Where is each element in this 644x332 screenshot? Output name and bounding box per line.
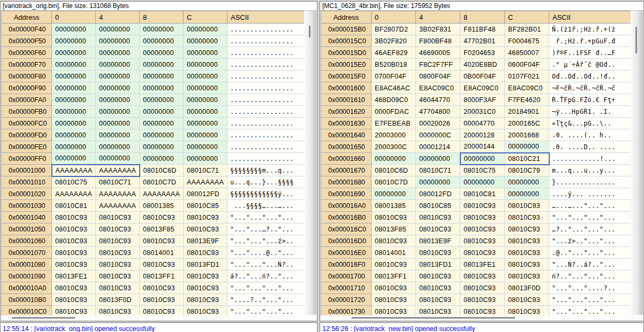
- horizontal-scrollbar[interactable]: [321, 315, 643, 321]
- hex-cell[interactable]: 08010C93: [52, 223, 96, 235]
- address-cell[interactable]: 0x00001030: [2, 200, 52, 212]
- address-cell[interactable]: 0x000015C0: [321, 35, 372, 47]
- hex-cell[interactable]: 08010C93: [52, 247, 96, 259]
- address-cell[interactable]: 0x00001010: [2, 176, 52, 188]
- hex-cell[interactable]: 08010C93: [52, 235, 96, 247]
- hex-cell[interactable]: 08010C93: [416, 212, 460, 223]
- hex-cell[interactable]: 08013E9F: [416, 235, 460, 247]
- hex-cell[interactable]: 080012FD: [184, 188, 228, 200]
- address-cell[interactable]: 0x00000FA0: [2, 94, 52, 106]
- hex-cell[interactable]: 08010C93: [416, 271, 460, 282]
- hex-cell[interactable]: F800BF48: [416, 35, 460, 47]
- hex-cell[interactable]: 08010C93: [184, 247, 228, 259]
- address-cell[interactable]: 0x000010A0: [2, 282, 52, 294]
- ascii-cell[interactable]: Ođ..Ođ..Ođ..!đ..: [549, 71, 632, 82]
- address-cell[interactable]: 0x00000F70: [2, 59, 52, 71]
- address-cell[interactable]: 0x00000FF0: [2, 153, 52, 165]
- hex-cell[interactable]: 08010C93: [416, 223, 460, 235]
- hex-cell[interactable]: AAAAAAAA: [52, 165, 96, 176]
- horizontal-scrollbar-thumb[interactable]: [352, 317, 515, 319]
- ascii-cell[interactable]: …?.."..."..."...: [549, 223, 632, 235]
- hex-cell[interactable]: 08010C93: [460, 271, 505, 282]
- address-cell[interactable]: 0x00001090: [2, 271, 52, 282]
- hex-cell[interactable]: E8AC09C0: [505, 82, 549, 94]
- ascii-cell[interactable]: "..."....@.."...: [228, 247, 305, 259]
- vertical-scrollbar-thumb[interactable]: [309, 26, 310, 37]
- hex-cell[interactable]: 00000000: [52, 35, 96, 47]
- hex-cell[interactable]: 20001668: [505, 129, 549, 141]
- hex-cell[interactable]: 08010C93: [505, 294, 549, 306]
- ascii-cell[interactable]: "..."..."...ź>..: [228, 235, 305, 247]
- hex-cell[interactable]: 00000000: [184, 106, 228, 118]
- address-cell[interactable]: 0x00000F90: [2, 82, 52, 94]
- hex-cell[interactable]: 00000000: [52, 59, 96, 71]
- hex-cell[interactable]: 08013E9F: [184, 235, 228, 247]
- hex-cell[interactable]: 08013FE1: [52, 271, 96, 282]
- vertical-scrollbar-thumb[interactable]: [635, 27, 637, 53]
- hex-cell[interactable]: 08013FF1: [372, 271, 416, 282]
- ascii-cell[interactable]: ............!...: [549, 153, 632, 165]
- hex-cell[interactable]: 0800F04F: [416, 71, 460, 82]
- hex-cell[interactable]: 08010C93: [184, 212, 228, 223]
- address-cell[interactable]: 0x00001690: [321, 188, 372, 200]
- hex-cell[interactable]: E8AC09C0: [460, 82, 505, 94]
- hex-cell[interactable]: 00000000: [184, 71, 228, 82]
- ascii-cell[interactable]: "....?.."..."...: [228, 294, 305, 306]
- address-cell[interactable]: 0x00000F80: [2, 71, 52, 82]
- address-cell[interactable]: 0x00001660: [321, 153, 372, 165]
- hex-cell[interactable]: F0204653: [460, 47, 505, 59]
- ascii-cell[interactable]: Ŕ.ŤFpG.FŻó.€ Fţ÷: [549, 94, 632, 106]
- hex-cell[interactable]: 00000000: [96, 59, 140, 71]
- address-cell[interactable]: 0x00000FE0: [2, 141, 52, 153]
- address-cell[interactable]: 0x000015D0: [321, 47, 372, 59]
- hex-cell[interactable]: 08010C93: [460, 282, 505, 294]
- hex-cell[interactable]: 08010C93: [140, 212, 184, 223]
- hex-cell[interactable]: 00000000: [96, 71, 140, 82]
- hex-cell[interactable]: 08010C93: [96, 212, 140, 223]
- hex-cell[interactable]: 08013F0D: [505, 282, 549, 294]
- hex-cell[interactable]: 08013FD1: [184, 259, 228, 271]
- hex-cell[interactable]: 08010C93: [505, 212, 549, 223]
- hex-cell[interactable]: 08013FF1: [140, 271, 184, 282]
- address-cell[interactable]: 0x000015F0: [321, 71, 372, 82]
- hex-cell[interactable]: 00000000: [184, 94, 228, 106]
- address-cell[interactable]: 0x00001050: [2, 223, 52, 235]
- hex-cell[interactable]: 00000000: [140, 47, 184, 59]
- hex-cell[interactable]: 08010C93: [184, 271, 228, 282]
- ascii-cell[interactable]: ¬F¬čŔ.¬čŔ.¬čŔ.¬č: [549, 82, 632, 94]
- hex-cell[interactable]: 00004770: [460, 118, 505, 129]
- hex-cell[interactable]: 46850007: [505, 47, 549, 59]
- address-cell[interactable]: 0x00001650: [321, 141, 372, 153]
- address-cell[interactable]: 0x00001040: [2, 212, 52, 223]
- ascii-cell[interactable]: ................: [228, 71, 305, 82]
- hex-cell[interactable]: AAAAAAAA: [96, 188, 140, 200]
- hex-cell[interactable]: 08010C93: [505, 259, 549, 271]
- horizontal-scrollbar-thumb[interactable]: [12, 317, 75, 319]
- hex-cell[interactable]: 00000000: [96, 47, 140, 59]
- ascii-cell[interactable]: .@.."..."..."...: [549, 247, 632, 259]
- hex-cell[interactable]: 468D09C0: [372, 94, 416, 106]
- hex-cell[interactable]: 00000000: [96, 129, 140, 141]
- hex-cell[interactable]: 0107F021: [505, 71, 549, 82]
- address-cell[interactable]: 0x00001680: [321, 176, 372, 188]
- ascii-cell[interactable]: ................: [228, 82, 305, 94]
- ascii-cell[interactable]: ....ý... .......: [549, 188, 632, 200]
- hex-cell[interactable]: 20000144: [460, 141, 505, 153]
- hex-cell[interactable]: 08010C81: [52, 200, 96, 212]
- hex-cell[interactable]: B520B018: [372, 59, 416, 71]
- hex-cell[interactable]: 00000000: [96, 24, 140, 35]
- hex-cell[interactable]: 08010C93: [460, 235, 505, 247]
- hex-cell[interactable]: 00000000: [184, 141, 228, 153]
- hex-cell[interactable]: 08013FE1: [460, 259, 505, 271]
- hex-cell[interactable]: AAAAAAAA: [184, 176, 228, 188]
- ascii-cell[interactable]: ................: [228, 35, 305, 47]
- hex-cell[interactable]: 08010C93: [96, 259, 140, 271]
- hex-cell[interactable]: 00000000: [505, 141, 549, 153]
- hex-cell[interactable]: 00000000: [96, 82, 140, 94]
- hex-cell[interactable]: 08010C93: [460, 223, 505, 235]
- hex-cell[interactable]: 200031C0: [460, 106, 505, 118]
- address-cell[interactable]: 0x00001670: [321, 165, 372, 176]
- address-cell[interactable]: 0x000016E0: [321, 247, 372, 259]
- hex-cell[interactable]: 00000000: [52, 129, 96, 141]
- hex-cell[interactable]: 08010C21: [505, 153, 549, 165]
